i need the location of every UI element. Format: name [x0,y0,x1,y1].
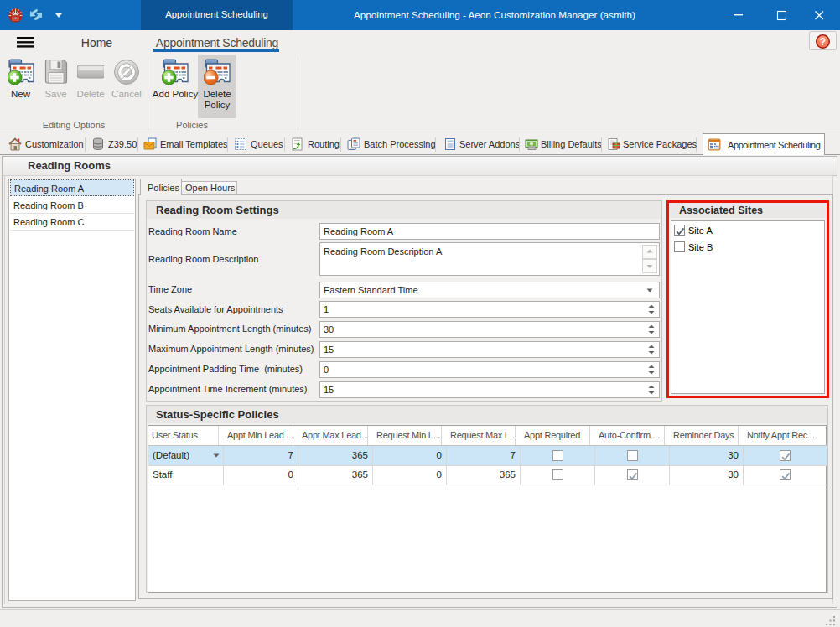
svg-text:?: ? [820,36,826,48]
